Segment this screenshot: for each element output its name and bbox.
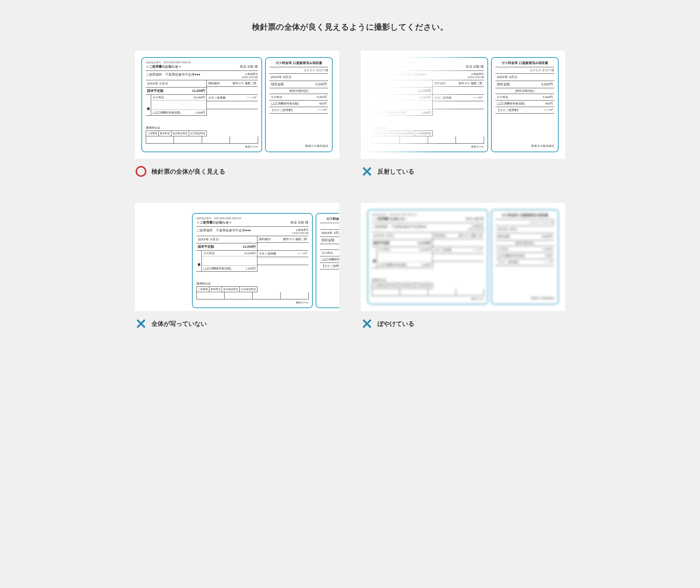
caption-blurry: ぼやけている — [377, 320, 414, 328]
photo-frame-glare: 供給地点番号 000-0000-0000-0000-00 ＜ご使用量のお知らせ＞… — [361, 51, 565, 159]
x-icon — [361, 165, 373, 178]
photo-frame-good: 供給地点番号 000-0000-0000-0000-00 ＜ご使用量のお知らせ＞… — [135, 51, 339, 159]
meter-slip-main: 供給地点番号 000-0000-0000-0000-00 ＜ご使用量のお知らせ＞… — [192, 213, 313, 308]
receipt-slip: ガス料金等 口座振替済み領収書 カクエイ タロウ 様 20XX年 X月分 領収金… — [491, 209, 559, 304]
x-icon — [135, 318, 147, 330]
photo-frame-cropped: 供給地点番号 000-0000-0000-0000-00 ＜ご使用量のお知らせ＞… — [135, 203, 339, 311]
example-good: 供給地点番号 000-0000-0000-0000-00 ＜ご使用量のお知らせ＞… — [135, 51, 339, 178]
receipt-slip: ガス料金等 口座振替済み領収書 カクエイ タロウ 様 20XX年 X月分 領収金… — [316, 213, 339, 308]
photo-frame-blurry: 供給地点番号 000-0000-0000-0000-00 ＜ご使用量のお知らせ＞… — [361, 203, 565, 311]
meter-slip-main: 供給地点番号 000-0000-0000-0000-00 ＜ご使用量のお知らせ＞… — [367, 57, 488, 152]
receipt-slip: ガス料金等 口座振替済み領収書 カクエイ タロウ 様 20XX年 X月分 領収金… — [491, 57, 559, 152]
examples-grid: 供給地点番号 000-0000-0000-0000-00 ＜ご使用量のお知らせ＞… — [135, 51, 565, 330]
example-blurry: 供給地点番号 000-0000-0000-0000-00 ＜ご使用量のお知らせ＞… — [361, 203, 565, 330]
caption-cropped: 全体が写っていない — [151, 320, 207, 328]
page-title: 検針票の全体が良く見えるように撮影してください。 — [135, 22, 565, 33]
meter-slip-main: 供給地点番号 000-0000-0000-0000-00 ＜ご使用量のお知らせ＞… — [141, 57, 262, 152]
meter-slip-main: 供給地点番号 000-0000-0000-0000-00 ＜ご使用量のお知らせ＞… — [367, 209, 488, 304]
example-glare: 供給地点番号 000-0000-0000-0000-00 ＜ご使用量のお知らせ＞… — [361, 51, 565, 178]
circle-icon — [135, 165, 147, 178]
example-cropped: 供給地点番号 000-0000-0000-0000-00 ＜ご使用量のお知らせ＞… — [135, 203, 339, 330]
x-icon — [361, 318, 373, 330]
receipt-slip: ガス料金等 口座振替済み領収書 カクエイ タロウ 様 20XX年 X月分 領収金… — [265, 57, 333, 152]
caption-good: 検針票の全体が良く見える — [151, 167, 225, 176]
caption-glare: 反射している — [377, 167, 414, 176]
